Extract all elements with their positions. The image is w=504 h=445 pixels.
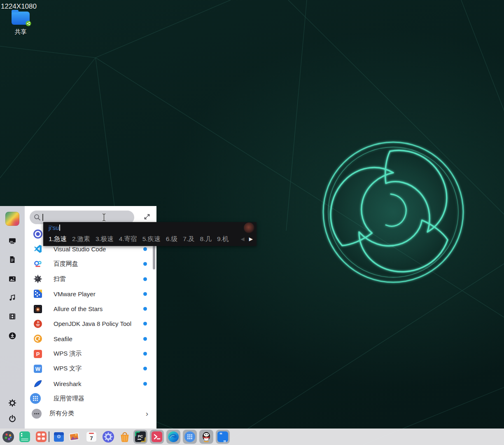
app-rows: Visual Studio Code 百度网盘 扫雷 VMware Player	[25, 227, 156, 421]
ime-candidates: 1.急速 2.激素 3.极速 4.寄宿 5.疾速 6.级 7.及 8.几 9.机	[49, 235, 229, 244]
app-list-item[interactable]: Seafile	[25, 331, 156, 346]
svg-text:“: “	[219, 431, 222, 438]
ime-candidate[interactable]: 1.急速	[49, 235, 67, 244]
app-list-item[interactable]: Wireshark	[25, 376, 156, 391]
calendar-day: 7	[90, 435, 93, 441]
ime-candidate[interactable]: 5.疾速	[142, 235, 161, 244]
taskbar: 7 PC “„	[0, 429, 504, 445]
folder-icon	[12, 12, 30, 25]
launcher-sidebar	[0, 206, 25, 429]
ime-candidate[interactable]: 6.级	[166, 235, 177, 244]
videos-icon[interactable]	[8, 312, 16, 321]
minesweeper-icon	[33, 274, 43, 284]
search-icon	[33, 213, 41, 221]
dock-notes-icon[interactable]	[19, 431, 31, 443]
svg-text:„: „	[223, 436, 226, 443]
ime-candidate[interactable]: 7.及	[183, 235, 194, 244]
dock-control-center-icon[interactable]	[102, 431, 114, 443]
dock-app-manager-icon[interactable]	[183, 430, 197, 444]
ime-prev-page-icon[interactable]: ◀	[241, 236, 245, 243]
ime-candidate-window: ji'su 1.急速 2.激素 3.极速 4.寄宿 5.疾速 6.级 7.及 8…	[43, 222, 257, 246]
new-install-dot	[143, 322, 147, 326]
dock-calendar-icon[interactable]: 7	[85, 431, 98, 443]
svg-text:P: P	[36, 351, 40, 357]
app-label: Visual Studio Code	[54, 246, 106, 253]
search-input[interactable]	[43, 212, 129, 223]
app-label: Seafile	[54, 335, 72, 342]
new-install-dot	[143, 247, 147, 251]
wps-writer-icon: W	[33, 364, 43, 374]
dock-terminal-icon[interactable]	[150, 430, 164, 444]
chevron-right-icon: ›	[146, 410, 148, 417]
desktop-shared-folder[interactable]: 共享	[6, 10, 35, 36]
app-list-item[interactable]: 百度网盘	[25, 257, 156, 272]
allure-of-the-stars-icon	[33, 304, 43, 314]
app-list-item[interactable]: Allure of the Stars	[25, 301, 156, 316]
svg-text:PC: PC	[138, 434, 143, 438]
shared-folder-label: 共享	[6, 28, 35, 36]
new-install-dot	[143, 367, 147, 370]
app-list-item[interactable]: OpenJDK Java 8 Policy Tool	[25, 316, 156, 331]
ime-candidate[interactable]: 2.激素	[72, 235, 90, 244]
app-label: OpenJDK Java 8 Policy Tool	[54, 320, 131, 327]
new-install-dot	[143, 307, 147, 311]
vmware-player-icon	[33, 289, 43, 299]
openjdk-icon	[33, 319, 43, 329]
new-install-dot	[143, 352, 147, 356]
app-label: 应用管理器	[54, 395, 84, 403]
all-categories-item[interactable]: 所有分类 ›	[25, 406, 156, 421]
dock-grid-app-icon[interactable]	[35, 431, 47, 443]
music-icon[interactable]	[8, 293, 16, 302]
power-icon[interactable]	[8, 415, 16, 423]
dock-pycharm-icon[interactable]: PC	[133, 430, 147, 444]
new-install-dot	[143, 337, 147, 341]
ime-candidate[interactable]: 8.几	[200, 235, 212, 244]
app-manager-item[interactable]: 应用管理器	[25, 391, 156, 406]
list-scrollbar[interactable]	[153, 246, 155, 269]
app-label: Wireshark	[54, 380, 82, 387]
app-list-item[interactable]: 扫雷	[25, 272, 156, 286]
documents-icon[interactable]	[8, 255, 16, 264]
desktop: 1224X1080 共享	[0, 0, 504, 445]
app-list-item[interactable]: VMware Player	[25, 286, 156, 301]
dock-separator	[49, 431, 49, 442]
dock-launcher-icon[interactable]	[2, 431, 14, 443]
dock-qq-icon[interactable]	[199, 430, 213, 444]
dock-file-manager-icon[interactable]	[53, 431, 65, 443]
wps-presentation-icon: P	[33, 349, 43, 359]
app-label: 百度网盘	[54, 260, 78, 268]
dock-edge-browser-icon[interactable]	[166, 430, 180, 444]
app-manager-icon	[30, 393, 41, 404]
dock-translator-icon[interactable]: “„	[216, 430, 230, 444]
ime-caret	[59, 225, 60, 231]
new-install-dot	[143, 382, 147, 386]
ime-candidate[interactable]: 4.寄宿	[119, 235, 137, 244]
fullscreen-toggle-icon[interactable]	[143, 213, 151, 220]
ime-next-page-icon[interactable]: ▶	[249, 236, 253, 243]
share-badge-icon	[26, 21, 31, 26]
ime-candidate[interactable]: 3.极速	[96, 235, 114, 244]
user-avatar[interactable]	[5, 212, 19, 226]
app-list-item[interactable]: W WPS 文字	[25, 361, 156, 376]
dock-album-icon[interactable]	[68, 431, 80, 443]
ime-preedit: ji'su	[49, 224, 60, 231]
app-label: WPS 演示	[54, 350, 82, 358]
app-label: 所有分类	[49, 410, 74, 417]
computer-icon[interactable]	[8, 237, 16, 245]
downloads-icon[interactable]	[8, 332, 16, 340]
settings-gear-icon[interactable]	[8, 399, 16, 407]
pictures-icon[interactable]	[8, 275, 16, 283]
app-list-item[interactable]: P WPS 演示	[25, 346, 156, 361]
app-label: Allure of the Stars	[54, 305, 103, 312]
new-install-dot	[143, 277, 147, 281]
app-label: VMware Player	[54, 290, 96, 297]
resolution-label: 1224X1080	[1, 2, 37, 11]
app-label: WPS 文字	[54, 365, 82, 372]
dock-app-store-icon[interactable]	[119, 431, 131, 443]
ime-candidate[interactable]: 9.机	[217, 235, 229, 244]
ime-logo-icon	[244, 222, 254, 233]
wireshark-icon	[33, 379, 43, 389]
app-label: 扫雷	[54, 275, 66, 283]
deepin-spiral-logo	[313, 142, 463, 290]
all-categories-icon	[31, 408, 42, 419]
